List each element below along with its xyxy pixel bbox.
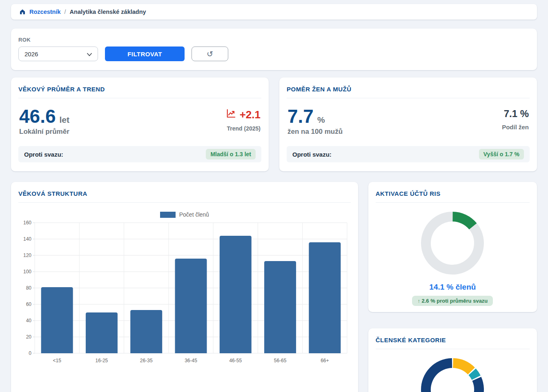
svg-text:36-45: 36-45 — [185, 358, 197, 363]
svg-text:56-65: 56-65 — [274, 358, 287, 363]
year-label: ROK — [18, 37, 530, 43]
bar-<15 — [41, 287, 73, 353]
charts-row: VĚKOVÁ STRUKTURA Počet členů 02040608010… — [11, 182, 537, 392]
ratio-value: 7.7 — [287, 108, 314, 125]
bar-16-25 — [86, 312, 118, 353]
ratio-unit: % — [317, 115, 325, 125]
reset-button[interactable]: ↺ — [192, 47, 228, 61]
ris-activation-title: AKTIVACE ÚČTŮ RIS — [376, 190, 530, 197]
svg-text:0: 0 — [29, 350, 31, 356]
divider — [18, 98, 261, 98]
legend-swatch — [160, 212, 176, 218]
breadcrumb-link-rozcestnik[interactable]: Rozcestník — [29, 9, 61, 15]
ratio-subtitle: žen na 100 mužů — [287, 128, 343, 136]
age-average-subtitle: Lokální průměr — [19, 128, 69, 136]
age-trend-title: VĚKOVÝ PRŮMĚR A TREND — [18, 86, 261, 93]
svg-text:60: 60 — [26, 301, 32, 307]
right-column: AKTIVACE ÚČTŮ RIS 14.1 % členů ↑ 2.6 % p… — [368, 182, 537, 392]
bar-56-65 — [264, 261, 296, 353]
svg-text:66+: 66+ — [321, 358, 329, 363]
divider — [287, 98, 530, 98]
trend-value: +2.1 — [240, 109, 261, 121]
svg-text:26-35: 26-35 — [140, 358, 153, 363]
age-compare-label: Oproti svazu: — [24, 151, 63, 158]
chevron-down-icon — [87, 51, 92, 58]
svg-text:40: 40 — [26, 318, 32, 323]
svg-text:120: 120 — [23, 252, 31, 258]
svg-text:100: 100 — [23, 269, 31, 275]
analytics-page: Rozcestník / Analytika členské základny … — [11, 0, 537, 392]
svg-text:80: 80 — [26, 285, 32, 291]
age-compare-badge: Mladší o 1.3 let — [206, 149, 256, 159]
ris-compare-badge: ↑ 2.6 % proti průměru svazu — [412, 296, 493, 306]
bar-66+ — [309, 242, 341, 353]
ris-activation-card: AKTIVACE ÚČTŮ RIS 14.1 % členů ↑ 2.6 % p… — [368, 182, 537, 312]
member-categories-donut-chart — [418, 355, 487, 392]
gender-ratio-title: POMĚR ŽEN A MUŽŮ — [287, 86, 530, 93]
age-structure-title: VĚKOVÁ STRUKTURA — [18, 190, 351, 197]
age-compare-strip: Oproti svazu: Mladší o 1.3 let — [18, 146, 261, 162]
divider — [376, 349, 530, 349]
ris-center-label: 14.1 % členů — [376, 283, 530, 292]
svg-text:20: 20 — [26, 334, 32, 340]
filter-panel: ROK 2026 FILTROVAT ↺ — [11, 29, 537, 70]
svg-text:16-25: 16-25 — [96, 358, 108, 363]
breadcrumb-current: Analytika členské základny — [70, 9, 146, 15]
svg-text:<15: <15 — [53, 358, 61, 363]
home-icon[interactable] — [19, 9, 26, 15]
gender-ratio-card: POMĚR ŽEN A MUŽŮ 7.7 % žen na 100 mužů 7… — [279, 78, 537, 171]
ratio-compare-strip: Oproti svazu: Vyšší o 1.7 % — [287, 146, 530, 162]
year-select-value: 2026 — [25, 51, 38, 58]
ris-activation-donut-chart — [418, 208, 487, 278]
ratio-compare-badge: Vyšší o 1.7 % — [479, 149, 524, 159]
breadcrumb-separator: / — [65, 9, 66, 15]
refresh-icon: ↺ — [207, 50, 213, 58]
age-average-value: 46.6 — [19, 108, 56, 125]
svg-text:140: 140 — [23, 236, 31, 242]
trend-chart-icon — [226, 108, 236, 122]
women-share-label: Podíl žen — [502, 124, 529, 131]
legend-label: Počet členů — [179, 211, 209, 218]
svg-text:46-55: 46-55 — [229, 358, 242, 363]
trend-label: Trend (2025) — [226, 125, 261, 132]
age-structure-card: VĚKOVÁ STRUKTURA Počet členů 02040608010… — [11, 182, 358, 392]
filter-button[interactable]: FILTROVAT — [105, 47, 185, 61]
bar-46-55 — [220, 236, 252, 353]
breadcrumb: Rozcestník / Analytika členské základny — [11, 4, 537, 20]
kpi-row: VĚKOVÝ PRŮMĚR A TREND 46.6 let Lokální p… — [11, 78, 537, 171]
member-categories-card: ČLENSKÉ KATEGORIE — [368, 328, 537, 392]
bar-36-45 — [175, 259, 207, 353]
ratio-compare-label: Oproti svazu: — [292, 151, 332, 158]
chart-legend: Počet členů — [18, 211, 351, 218]
age-trend-card: VĚKOVÝ PRŮMĚR A TREND 46.6 let Lokální p… — [11, 78, 269, 171]
bar-26-35 — [130, 310, 162, 353]
svg-text:160: 160 — [23, 220, 31, 226]
member-categories-title: ČLENSKÉ KATEGORIE — [376, 337, 530, 343]
women-share-value: 7.1 % — [502, 108, 529, 120]
age-average-unit: let — [60, 115, 70, 125]
age-structure-bar-chart: 020406080100120140160<1516-2526-3536-454… — [18, 219, 348, 364]
year-select[interactable]: 2026 — [18, 47, 98, 61]
divider — [18, 202, 351, 203]
divider — [376, 202, 530, 203]
donut-slice-remaining — [418, 208, 487, 278]
